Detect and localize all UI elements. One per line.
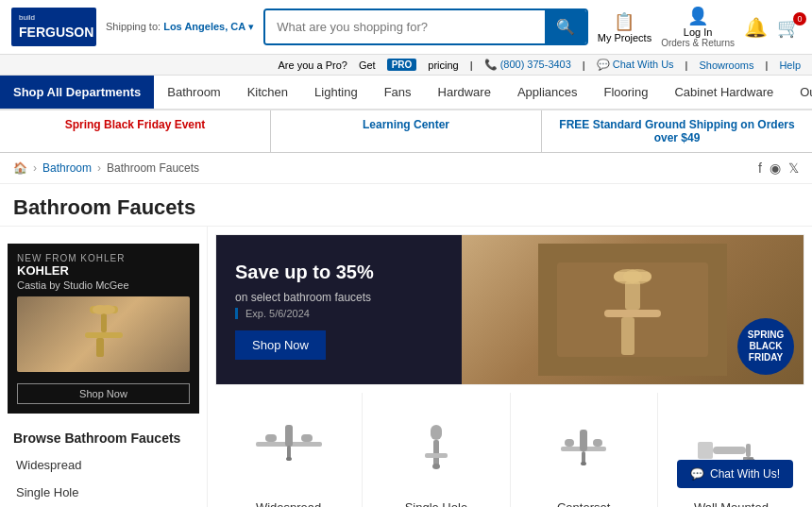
chat-link[interactable]: 💬 Chat With Us — [597, 59, 674, 71]
breadcrumb-current: Bathroom Faucets — [107, 161, 199, 175]
notifications-button[interactable]: 🔔 — [744, 16, 768, 39]
chat-icon: 💬 — [690, 467, 704, 481]
hero-shop-now-button[interactable]: Shop Now — [235, 330, 326, 360]
header: build FERGUSON Shipping to: Los Angeles,… — [0, 0, 812, 55]
svg-point-13 — [623, 269, 651, 284]
product-card-wall-mounted[interactable]: Wall Mounted — [658, 393, 804, 507]
hero-expiry: Exp. 5/6/2024 — [235, 308, 443, 319]
hero-faucet-image — [538, 244, 727, 376]
sidebar-item-widespread[interactable]: Widespread — [0, 451, 207, 479]
nav-hardware[interactable]: Hardware — [425, 76, 504, 109]
hero-left: Save up to 35% on select bathroom faucet… — [216, 235, 462, 384]
help-link[interactable]: Help — [779, 59, 801, 71]
svg-rect-9 — [625, 281, 640, 310]
pro-badge: PRO — [387, 59, 417, 71]
product-card-centerset[interactable]: Centerset — [511, 393, 657, 507]
hero-banner: Save up to 35% on select bathroom faucet… — [215, 234, 804, 385]
search-area: 🔍 — [263, 8, 587, 45]
pinterest-icon[interactable]: ◉ — [770, 161, 781, 176]
svg-rect-25 — [593, 439, 602, 447]
svg-point-5 — [100, 305, 115, 314]
svg-point-29 — [581, 462, 586, 465]
hero-subtitle: on select bathroom faucets — [235, 291, 443, 304]
faucet-illustration — [57, 296, 151, 372]
twitter-icon[interactable]: 𝕏 — [788, 161, 799, 176]
nav-cabinet[interactable]: Cabinet Hardware — [661, 76, 787, 109]
svg-rect-22 — [425, 453, 448, 458]
social-icons: f ◉ 𝕏 — [758, 161, 799, 176]
breadcrumb-bathroom[interactable]: Bathroom — [42, 161, 92, 175]
svg-rect-1 — [101, 313, 107, 332]
svg-rect-11 — [621, 317, 634, 355]
nav-lighting[interactable]: Lighting — [301, 76, 371, 109]
nav-appliances[interactable]: Appliances — [504, 76, 591, 109]
svg-rect-20 — [431, 425, 442, 440]
svg-point-19 — [286, 457, 292, 461]
wall-mounted-label: Wall Mounted — [694, 500, 769, 507]
browse-title: Browse Bathroom Faucets — [0, 421, 207, 451]
search-input[interactable] — [265, 10, 544, 43]
cart-button[interactable]: 🛒 0 — [777, 16, 801, 39]
nav-departments[interactable]: Shop All Departments — [0, 76, 154, 109]
search-box: 🔍 — [263, 8, 587, 45]
svg-rect-2 — [85, 332, 123, 338]
kohler-product: Castia by Studio McGee — [17, 279, 190, 291]
single-hole-image — [389, 408, 483, 493]
logo-build: build — [19, 13, 89, 23]
page-title: Bathroom Faucets — [0, 184, 812, 227]
nav-kitchen[interactable]: Kitchen — [234, 76, 301, 109]
nav-outdoor[interactable]: Outdoor — [787, 76, 812, 109]
chat-widget[interactable]: 💬 Chat With Us! — [677, 460, 793, 488]
product-grid-row1: Widespread Single Hole — [215, 393, 804, 507]
svg-rect-3 — [96, 338, 104, 357]
pro-bar: Are you a Pro? Get PRO pricing | 📞 (800)… — [0, 55, 812, 76]
home-icon: 🏠 — [13, 161, 27, 175]
widespread-image — [242, 408, 336, 493]
login-button[interactable]: 👤 Log In Orders & Returns — [661, 6, 735, 48]
kohler-promo-image — [17, 296, 190, 372]
svg-rect-31 — [713, 447, 746, 454]
svg-rect-17 — [285, 425, 293, 447]
promo-bar: Spring Black Friday Event Learning Cente… — [0, 110, 812, 153]
logo[interactable]: build FERGUSON — [11, 8, 96, 46]
logo-brand: FERGUSON — [19, 24, 89, 41]
svg-rect-10 — [604, 310, 661, 317]
phone-link[interactable]: 📞 (800) 375-3403 — [484, 59, 571, 71]
nav-bathroom[interactable]: Bathroom — [154, 76, 233, 109]
widespread-label: Widespread — [256, 500, 321, 507]
hero-image: SPRING BLACK FRIDAY — [462, 235, 804, 384]
svg-rect-32 — [746, 444, 751, 457]
showrooms-link[interactable]: Showrooms — [699, 59, 753, 71]
svg-rect-24 — [565, 439, 574, 447]
main-nav: Shop All Departments Bathroom Kitchen Li… — [0, 76, 812, 110]
svg-rect-30 — [698, 442, 713, 459]
promo-shipping[interactable]: FREE Standard Ground Shipping on Orders … — [542, 110, 812, 152]
sidebar-item-single-hole[interactable]: Single Hole — [0, 479, 207, 506]
sidebar: NEW FROM KOHLER KOHLER Castia by Studio … — [0, 227, 208, 507]
my-projects-button[interactable]: 📋 My Projects — [598, 11, 651, 43]
product-card-single-hole[interactable]: Single Hole — [363, 393, 509, 507]
centerset-label: Centerset — [557, 500, 610, 507]
kohler-shop-now-button[interactable]: Shop Now — [17, 383, 190, 404]
svg-point-23 — [432, 464, 440, 469]
kohler-new-from: NEW FROM KOHLER — [17, 253, 190, 263]
search-button[interactable]: 🔍 — [545, 10, 586, 43]
cart-count: 0 — [793, 12, 806, 25]
breadcrumb: 🏠 › Bathroom › Bathroom Faucets f ◉ 𝕏 — [0, 153, 812, 184]
promo-event[interactable]: Spring Black Friday Event — [0, 110, 271, 152]
sidebar-kohler-promo: NEW FROM KOHLER KOHLER Castia by Studio … — [8, 244, 199, 414]
hero-badge: SPRING BLACK FRIDAY — [737, 318, 794, 375]
svg-rect-15 — [301, 434, 313, 442]
shipping-info: Shipping to: Los Angeles, CA ▾ — [106, 21, 254, 33]
hero-title: Save up to 35% — [235, 261, 443, 283]
nav-fans[interactable]: Fans — [371, 76, 425, 109]
promo-learning[interactable]: Learning Center — [271, 110, 542, 152]
kohler-brand: KOHLER — [17, 263, 190, 278]
shipping-city-link[interactable]: Los Angeles, CA — [163, 21, 245, 32]
facebook-icon[interactable]: f — [758, 161, 762, 176]
centerset-image — [536, 408, 631, 493]
product-card-widespread[interactable]: Widespread — [215, 393, 362, 507]
nav-flooring[interactable]: Flooring — [591, 76, 662, 109]
svg-rect-14 — [265, 434, 277, 442]
single-hole-label: Single Hole — [405, 500, 468, 507]
